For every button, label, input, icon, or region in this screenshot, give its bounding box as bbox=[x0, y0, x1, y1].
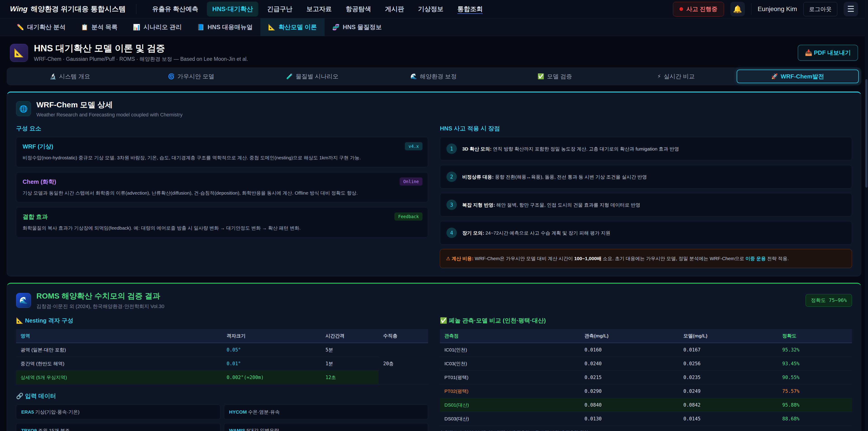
component-name: WRF (기상) bbox=[23, 143, 422, 151]
advantage-item: 4 장기 모의: 24~72시간 예측으로 사고 수습 계획 및 장기 피해 평… bbox=[440, 221, 852, 245]
input-desc: 조위 15개 분조 bbox=[37, 428, 70, 431]
number-badge: 2 bbox=[446, 172, 457, 182]
input-desc: 기상(기압·풍속·기온) bbox=[34, 409, 80, 414]
incident-dot-icon bbox=[680, 7, 683, 11]
cell-model: 0.0842 bbox=[679, 398, 778, 412]
input-data-grid: ERA5 기상(기압·풍속·기온) HYCOM 수온·염분·유속 TPXO9 조… bbox=[16, 405, 428, 431]
sub-nav: ✏️ 대기확산 분석 📋 분석 목록 📊 시나리오 관리 📘 HNS 대응매뉴얼… bbox=[0, 18, 868, 36]
cell-site: PT01(평택) bbox=[440, 370, 580, 384]
table-row: IC01(인천) 0.0160 0.0167 95.32% bbox=[440, 343, 852, 357]
cell-site: IC01(인천) bbox=[440, 343, 580, 357]
logout-button[interactable]: 로그아웃 bbox=[803, 2, 837, 16]
subnav-item-atmos-analysis[interactable]: ✏️ 대기확산 분석 bbox=[9, 18, 73, 36]
component-name: 결합 효과 bbox=[23, 213, 422, 221]
components-label: 구성 요소 bbox=[16, 125, 428, 132]
advantage-text: 연직 방향 확산까지 포함한 정밀 농도장 계산. 고층 대기로의 확산과 fu… bbox=[493, 146, 679, 151]
advantage-text: 24~72시간 예측으로 사고 수습 계획 및 장기 피해 평가 지원 bbox=[486, 230, 611, 236]
pdf-export-button[interactable]: 📥 PDF 내보내기 bbox=[798, 45, 858, 61]
lightning-icon: ⚡ bbox=[657, 73, 661, 80]
number-badge: 3 bbox=[446, 199, 457, 210]
cell-area: 광역 (일본·대만 포함) bbox=[16, 343, 222, 357]
table-header-row: 영역 격자크기 시간간격 수직층 bbox=[16, 329, 428, 343]
username-label: Eunjeong Kim bbox=[758, 5, 797, 13]
nav-item-reports[interactable]: 보고자료 bbox=[301, 2, 337, 17]
advantage-item: 1 3D 확산 모의: 연직 방향 확산까지 포함한 정밀 농도장 계산. 고층… bbox=[440, 137, 852, 160]
survey-footnote: ※ 현장조사: 2023.06.27~28 / 전체 10개 관측점 모두 모델… bbox=[440, 429, 852, 431]
tab-gaussian-model[interactable]: 🌀 가우시안 모델 bbox=[130, 70, 252, 83]
cell-step: 12초 bbox=[321, 370, 379, 384]
brand-logo[interactable]: Wing 해양환경 위기대응 통합시스템 bbox=[10, 4, 126, 14]
cyclone-icon: 🌀 bbox=[168, 73, 175, 80]
vertical-scrollbar[interactable] bbox=[865, 0, 868, 431]
advantage-lead: 3D 확산 모의: bbox=[462, 146, 492, 151]
accuracy-badge: 정확도 75~96% bbox=[806, 294, 852, 307]
nav-item-weather[interactable]: 기상정보 bbox=[412, 2, 449, 17]
testtube-icon: 🧪 bbox=[286, 73, 293, 80]
advantages-column: HNS 사고 적용 시 장점 1 3D 확산 모의: 연직 방향 확산까지 포함… bbox=[440, 118, 852, 268]
bell-icon: 🔔 bbox=[733, 5, 742, 13]
table-header-row: 관측점 관측(mg/L) 모델(mg/L) 정확도 bbox=[440, 329, 852, 343]
tab-wrf-chem-advanced[interactable]: 🚀 WRF-Chem발전 bbox=[737, 70, 859, 83]
nav-item-integrated-search[interactable]: 통합조회 bbox=[452, 2, 488, 17]
nesting-column: 📐 Nesting 격자 구성 영역 격자크기 시간간격 수직층 광역 (일본·… bbox=[16, 310, 428, 431]
clipboard-icon: 📋 bbox=[81, 24, 88, 31]
cell-area: 중간역 (한반도 해역) bbox=[16, 357, 222, 370]
input-data-label: 🔗 입력 데이터 bbox=[16, 392, 428, 400]
input-card-hycom: HYCOM 수온·염분·유속 bbox=[224, 405, 428, 420]
table-row: 중간역 (한반도 해역) 0.01° 1분 bbox=[16, 357, 428, 370]
cell-model: 0.0249 bbox=[679, 384, 778, 398]
tab-realtime-compare[interactable]: ⚡ 실시간 비교 bbox=[615, 70, 737, 83]
computation-cost-warning: ⚠ 계산 비용: WRF-Chem은 가우시안 모델 대비 계산 시간이 100… bbox=[440, 249, 852, 268]
table-row-detail-grid: 상세역 (5개 우심지역) 0.002°(≈200m) 12초 bbox=[16, 370, 428, 384]
col-header: 격자크기 bbox=[222, 329, 321, 343]
subnav-item-hns-manual[interactable]: 📘 HNS 대응매뉴얼 bbox=[189, 18, 260, 36]
nav-item-oil-spill[interactable]: 유출유 확산예측 bbox=[147, 2, 204, 17]
cell-step: 1분 bbox=[321, 357, 379, 370]
advantages-label: HNS 사고 적용 시 장점 bbox=[440, 125, 852, 132]
scrollbar-thumb[interactable] bbox=[865, 79, 868, 188]
table-row-best-accuracy: DS01(대산) 0.0840 0.0842 95.88% bbox=[440, 398, 852, 412]
cell-area: 상세역 (5개 우심지역) bbox=[16, 370, 222, 384]
tab-marine-correction[interactable]: 🌊 해양환경 보정 bbox=[373, 70, 494, 83]
subnav-item-scenario-mgmt[interactable]: 📊 시나리오 관리 bbox=[125, 18, 189, 36]
nav-item-aerial-search[interactable]: 항공탐색 bbox=[340, 2, 376, 17]
incident-status-badge[interactable]: 사고 진행중 bbox=[673, 2, 724, 17]
input-key: ERA5 bbox=[21, 409, 34, 414]
cell-site: DS03(대산) bbox=[440, 412, 580, 426]
subnav-label: 대기확산 분석 bbox=[27, 23, 66, 31]
nav-item-hns-atmos[interactable]: HNS·대기확산 bbox=[207, 2, 258, 17]
warning-text: 소요. 초기 대응에는 가우시안 모델, 정밀 분석에는 WRF-Chem으로 bbox=[601, 256, 745, 261]
table-row: 광역 (일본·대만 포함) 0.05° 5분 20층 bbox=[16, 343, 428, 357]
section-subtitle: Weather Research and Forecasting model c… bbox=[36, 112, 182, 118]
input-card-wamis: WAMIS 5대강 일별유량 bbox=[224, 423, 428, 431]
cell-accuracy: 75.57% bbox=[778, 384, 852, 398]
tab-system-overview[interactable]: 🔬 시스템 개요 bbox=[9, 70, 130, 83]
notification-bell-button[interactable]: 🔔 bbox=[730, 2, 745, 16]
section-subtitle: 김창겸·이문진 외 (2024), 한국해양환경·안전학회지 Vol.30 bbox=[36, 303, 164, 310]
nav-item-rescue[interactable]: 긴급구난 bbox=[261, 2, 298, 17]
ruler-icon: 📐 bbox=[268, 24, 275, 31]
page-header: 📐 HNS 대기확산 모델 이론 및 검증 WRF-Chem · Gaussia… bbox=[7, 39, 861, 64]
advantage-lead: 비정상류 대응: bbox=[462, 174, 494, 180]
cell-observed: 0.0160 bbox=[580, 343, 679, 357]
cell-observed: 0.0130 bbox=[580, 412, 679, 426]
input-key: HYCOM bbox=[229, 409, 247, 414]
col-header: 관측(mg/L) bbox=[580, 329, 679, 343]
ruler-icon: 📐 bbox=[14, 48, 24, 58]
subnav-item-analysis-list[interactable]: 📋 분석 목록 bbox=[73, 18, 125, 36]
dna-icon: 🧬 bbox=[332, 24, 340, 31]
tab-model-validation[interactable]: ✅ 모델 검증 bbox=[494, 70, 615, 83]
advantage-text: 해안 절벽, 항만 구조물, 인접 도시의 건물 효과를 지형 데이터로 반영 bbox=[496, 202, 640, 208]
subnav-item-model-theory[interactable]: 📐 확산모델 이론 bbox=[260, 18, 324, 36]
nesting-label: 📐 Nesting 격자 구성 bbox=[16, 317, 428, 325]
cell-step: 5분 bbox=[321, 343, 379, 357]
tab-substance-scenario[interactable]: 🧪 물질별 시나리오 bbox=[252, 70, 373, 83]
component-desc: 화학물질의 복사 효과가 기상장에 되먹임(feedback). 예: 대량의 … bbox=[23, 224, 422, 232]
hamburger-menu-button[interactable]: ☰ bbox=[844, 2, 858, 16]
tab-label: 모델 검증 bbox=[547, 72, 572, 81]
nav-item-board[interactable]: 게시판 bbox=[379, 2, 409, 17]
subnav-item-hns-substance[interactable]: 🧬 HNS 물질정보 bbox=[324, 18, 390, 36]
tab-label: 물질별 시나리오 bbox=[296, 72, 338, 81]
brand-title: 해양환경 위기대응 통합시스템 bbox=[31, 4, 126, 14]
warning-highlight: 이중 운용 bbox=[745, 256, 766, 261]
